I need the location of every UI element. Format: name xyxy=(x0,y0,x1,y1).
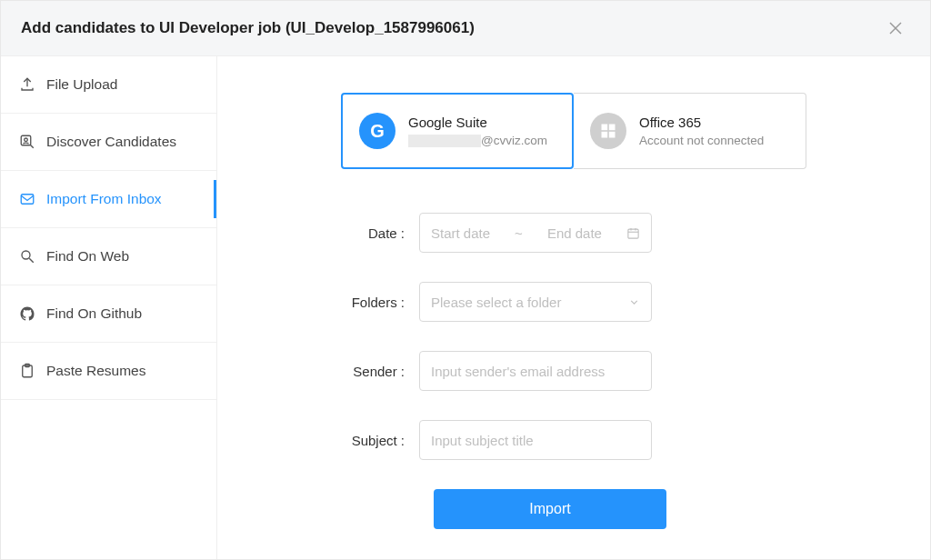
sidebar-item-label: Find On Web xyxy=(46,248,129,265)
sidebar-item-label: Discover Candidates xyxy=(46,134,176,150)
svg-rect-11 xyxy=(609,125,616,131)
sidebar-item-label: Paste Resumes xyxy=(46,363,145,379)
modal-header: Add candidates to UI Developer job (UI_D… xyxy=(1,1,930,56)
google-icon: G xyxy=(359,113,395,149)
svg-rect-13 xyxy=(609,132,616,138)
date-range-picker[interactable]: Start date ~ End date xyxy=(419,213,652,253)
add-candidates-modal: Add candidates to UI Developer job (UI_D… xyxy=(0,0,931,560)
svg-line-7 xyxy=(29,258,34,263)
form-row-sender: Sender : xyxy=(319,351,828,391)
upload-icon xyxy=(19,76,35,93)
folders-select[interactable]: Please select a folder xyxy=(419,282,652,322)
modal-body: File Upload Discover Candidates Import F… xyxy=(1,56,930,559)
submit-row: Import xyxy=(319,489,828,529)
folders-placeholder: Please select a folder xyxy=(431,295,561,310)
provider-card-office365[interactable]: Office 365 Account not connected xyxy=(574,93,806,169)
provider-email: @cvviz.com xyxy=(408,134,547,147)
sidebar-item-find-on-web[interactable]: Find On Web xyxy=(1,228,216,285)
provider-title: Google Suite xyxy=(408,115,547,130)
subject-input[interactable] xyxy=(431,433,640,448)
date-separator: ~ xyxy=(515,225,523,241)
import-form: Date : Start date ~ End date Folders : P… xyxy=(319,213,828,529)
sidebar: File Upload Discover Candidates Import F… xyxy=(1,56,217,559)
provider-selector: G Google Suite @cvviz.com Office 365 xyxy=(263,93,885,169)
sidebar-item-label: File Upload xyxy=(46,76,117,93)
form-row-folders: Folders : Please select a folder xyxy=(319,282,828,322)
sidebar-item-import-from-inbox[interactable]: Import From Inbox xyxy=(1,171,216,228)
email-masked-part xyxy=(408,135,481,147)
date-label: Date : xyxy=(319,225,419,241)
sidebar-item-file-upload[interactable]: File Upload xyxy=(1,56,216,114)
end-date-placeholder: End date xyxy=(547,225,602,241)
form-row-date: Date : Start date ~ End date xyxy=(319,213,828,253)
sidebar-item-label: Find On Github xyxy=(46,305,142,322)
search-icon xyxy=(19,248,35,265)
svg-rect-14 xyxy=(628,229,638,238)
provider-title: Office 365 xyxy=(639,115,764,130)
paste-icon xyxy=(19,363,35,379)
svg-point-3 xyxy=(25,138,28,142)
sidebar-item-find-on-github[interactable]: Find On Github xyxy=(1,285,216,343)
import-button[interactable]: Import xyxy=(434,489,666,529)
main-panel: G Google Suite @cvviz.com Office 365 xyxy=(217,56,930,559)
email-suffix: @cvviz.com xyxy=(481,134,547,147)
sidebar-item-discover-candidates[interactable]: Discover Candidates xyxy=(1,114,216,171)
chevron-down-icon xyxy=(628,296,640,308)
sender-input-wrapper xyxy=(419,351,652,391)
subject-input-wrapper xyxy=(419,420,652,460)
office365-icon xyxy=(590,113,626,149)
provider-card-google[interactable]: G Google Suite @cvviz.com xyxy=(341,93,574,169)
folders-label: Folders : xyxy=(319,295,419,310)
mail-icon xyxy=(19,191,35,207)
sender-label: Sender : xyxy=(319,364,419,379)
sidebar-item-label: Import From Inbox xyxy=(46,191,162,207)
svg-rect-5 xyxy=(21,195,34,205)
calendar-icon xyxy=(626,226,640,240)
sidebar-item-paste-resumes[interactable]: Paste Resumes xyxy=(1,343,216,400)
svg-point-6 xyxy=(22,251,30,259)
svg-rect-12 xyxy=(602,132,608,138)
provider-subtitle: Account not connected xyxy=(639,134,764,147)
close-icon xyxy=(888,21,903,35)
close-button[interactable] xyxy=(881,17,910,39)
modal-title: Add candidates to UI Developer job (UI_D… xyxy=(21,19,475,37)
provider-text: Google Suite @cvviz.com xyxy=(408,115,547,147)
start-date-placeholder: Start date xyxy=(431,225,490,241)
search-user-icon xyxy=(19,134,35,150)
form-row-subject: Subject : xyxy=(319,420,828,460)
subject-label: Subject : xyxy=(319,433,419,448)
github-icon xyxy=(19,305,35,322)
svg-line-4 xyxy=(30,145,34,148)
provider-text: Office 365 Account not connected xyxy=(639,115,764,147)
svg-rect-2 xyxy=(21,135,31,145)
sender-input[interactable] xyxy=(431,364,640,379)
svg-rect-10 xyxy=(602,125,608,131)
